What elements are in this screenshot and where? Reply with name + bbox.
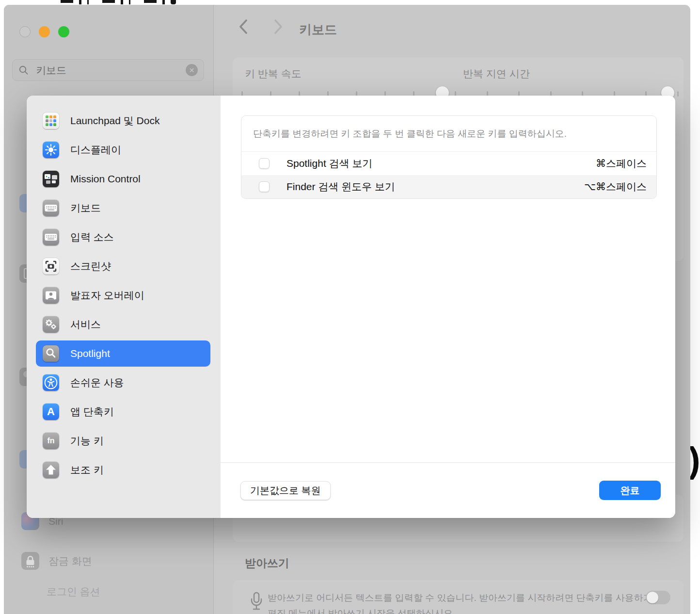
shortcut-label: Finder 검색 윈도우 보기 <box>286 180 395 194</box>
shortcut-label: Spotlight 검색 보기 <box>286 157 372 170</box>
sidebar-item-input-sources[interactable]: 입력 소스 <box>36 224 210 250</box>
screenshot-icon <box>43 258 59 275</box>
app-shortcuts-icon: A <box>43 404 59 420</box>
close-button[interactable] <box>19 26 31 37</box>
dictation-toggle[interactable] <box>646 591 670 604</box>
spotlight-icon <box>43 345 59 362</box>
sidebar-item-label: 키보드 <box>70 201 101 215</box>
keyboard-shortcuts-sheet: Launchpad 및 Dock 디스플레이 <box>27 96 675 518</box>
sidebar-item-label: 기능 키 <box>70 434 104 448</box>
sidebar-item-launchpad-dock[interactable]: Launchpad 및 Dock <box>36 108 210 134</box>
keyboard-icon <box>43 200 59 216</box>
desktop-text-fragments <box>61 0 191 5</box>
shortcuts-content: 단축키를 변경하려면 키 조합을 두 번 클릭한 다음 새로운 키를 입력하십시… <box>221 96 675 518</box>
toggle-knob <box>647 592 658 603</box>
done-button[interactable]: 완료 <box>599 481 661 500</box>
sidebar-item-label: 디스플레이 <box>70 143 121 157</box>
zoom-button[interactable] <box>58 26 69 37</box>
sidebar-item-services[interactable]: 서비스 <box>36 311 210 338</box>
search-icon <box>18 65 29 76</box>
shortcut-row-spotlight-search[interactable]: Spotlight 검색 보기 ⌘스페이스 <box>241 152 656 175</box>
modifier-keys-icon <box>43 462 59 478</box>
services-icon <box>43 316 59 333</box>
sidebar-item-label: 발표자 오버레이 <box>70 289 144 302</box>
microphone-icon <box>250 591 263 614</box>
sidebar-item-lock-screen[interactable]: 잠금 화면 <box>21 552 92 570</box>
sidebar-item-label: 잠금 화면 <box>48 554 92 568</box>
dictation-description-line1: 받아쓰기로 어디서든 텍스트를 입력할 수 있습니다. 받아쓰기를 시작하려면 … <box>268 592 662 604</box>
screen: ) 키보드 ✕ 키보드 키 반복 속도 반복 <box>0 0 700 614</box>
sidebar-item-app-shortcuts[interactable]: A 앱 단축키 <box>36 399 210 425</box>
clear-icon[interactable]: ✕ <box>186 64 198 76</box>
sidebar-item-label: 스크린샷 <box>70 259 111 273</box>
repeat-delay-label: 반복 지연 시간 <box>463 67 530 81</box>
dictation-heading: 받아쓰기 <box>245 556 289 571</box>
display-icon <box>43 142 59 158</box>
sidebar-item-label: Launchpad 및 Dock <box>70 114 159 128</box>
shortcut-row-finder-search[interactable]: Finder 검색 윈도우 보기 ⌥⌘스페이스 <box>241 175 656 198</box>
shortcuts-sidebar: Launchpad 및 Dock 디스플레이 <box>27 96 221 518</box>
checkbox[interactable] <box>259 158 270 169</box>
sidebar-item-modifier-keys[interactable]: 보조 키 <box>36 457 210 483</box>
accessibility-icon <box>43 374 59 391</box>
launchpad-icon <box>43 113 59 129</box>
search-input[interactable]: 키보드 ✕ <box>12 59 204 81</box>
sidebar-item-spotlight[interactable]: Spotlight <box>36 340 210 367</box>
forward-button[interactable] <box>273 18 284 37</box>
restore-defaults-button[interactable]: 기본값으로 복원 <box>240 481 331 500</box>
traffic-lights <box>19 26 69 37</box>
dictation-card: 받아쓰기로 어디서든 텍스트를 입력할 수 있습니다. 받아쓰기를 시작하려면 … <box>233 580 684 614</box>
sidebar-item-keyboard[interactable]: 키보드 <box>36 195 210 221</box>
presenter-overlay-icon <box>43 287 59 304</box>
shortcut-value[interactable]: ⌘스페이스 <box>596 157 647 170</box>
shortcuts-panel: 단축키를 변경하려면 키 조합을 두 번 클릭한 다음 새로운 키를 입력하십시… <box>241 115 657 199</box>
checkbox[interactable] <box>259 181 270 192</box>
sidebar-item-label: 서비스 <box>70 318 101 331</box>
sidebar-item-accessibility[interactable]: 손쉬운 사용 <box>36 370 210 396</box>
sidebar-item-label: 입력 소스 <box>70 230 114 244</box>
dictation-description-line2: 편집 메뉴에서 받아쓰기 시작을 선택하십시오. <box>268 607 455 614</box>
minimize-button[interactable] <box>39 26 50 37</box>
lock-icon <box>21 552 39 570</box>
instruction-text: 단축키를 변경하려면 키 조합을 두 번 클릭한 다음 새로운 키를 입력하십시… <box>241 116 656 152</box>
sidebar-item-login-options[interactable]: 로그인 옵션 <box>47 585 100 598</box>
page-title: 키보드 <box>299 21 337 38</box>
fn-key-icon: fn <box>43 433 59 449</box>
sidebar-item-displays[interactable]: 디스플레이 <box>36 137 210 163</box>
sidebar-item-label: 보조 키 <box>70 463 104 477</box>
sidebar-item-label: 앱 단축키 <box>70 405 114 419</box>
sidebar-item-presenter-overlay[interactable]: 발표자 오버레이 <box>36 282 210 308</box>
sidebar-item-label: Spotlight <box>70 348 110 359</box>
sidebar-item-label: Mission Control <box>70 173 141 185</box>
search-value: 키보드 <box>36 64 66 77</box>
mission-control-icon <box>43 171 59 187</box>
key-repeat-label: 키 반복 속도 <box>245 67 302 81</box>
back-button[interactable] <box>238 18 249 37</box>
shortcut-value[interactable]: ⌥⌘스페이스 <box>584 180 647 194</box>
sidebar-item-screenshots[interactable]: 스크린샷 <box>36 253 210 279</box>
window-header: 키보드 <box>214 5 690 53</box>
sidebar-item-label: 손쉬운 사용 <box>70 376 124 389</box>
sidebar-item-function-keys[interactable]: fn 기능 키 <box>36 428 210 454</box>
input-sources-icon <box>43 229 59 245</box>
sidebar-item-mission-control[interactable]: Mission Control <box>36 166 210 192</box>
footer-divider <box>221 462 675 463</box>
